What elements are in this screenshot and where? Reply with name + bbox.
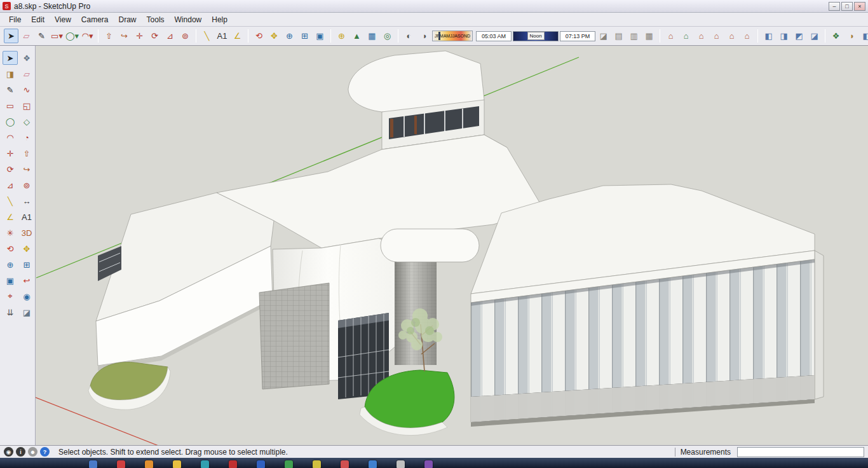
- view-iso-icon[interactable]: ⌂: [663, 29, 678, 43]
- zoom-extents-tool-icon[interactable]: ▣: [313, 29, 327, 43]
- circle-tool-icon[interactable]: ◯: [3, 114, 18, 128]
- menu-edit[interactable]: Edit: [26, 13, 50, 26]
- tape-measure-icon[interactable]: ╲: [3, 194, 18, 208]
- close-button[interactable]: ×: [854, 2, 865, 11]
- taskbar-app-3[interactable]: [145, 460, 153, 468]
- push-pull-tool-icon[interactable]: ⇧: [102, 29, 116, 43]
- view-right-icon[interactable]: ⌂: [709, 29, 724, 43]
- paint-bucket-icon[interactable]: ◨: [3, 67, 18, 81]
- taskbar-app-2[interactable]: [117, 460, 125, 468]
- model-canvas[interactable]: [36, 46, 868, 445]
- style-shaded-icon[interactable]: ◪: [807, 29, 822, 43]
- photo-textures-icon[interactable]: ▦: [365, 29, 379, 43]
- select-tool-icon[interactable]: ➤: [3, 51, 18, 65]
- menu-window[interactable]: Window: [170, 13, 207, 26]
- add-location-icon[interactable]: ⊕: [334, 29, 349, 43]
- section-plane-icon[interactable]: ◪: [19, 305, 34, 319]
- taskbar-app-9[interactable]: [313, 460, 321, 468]
- geolocation-icon[interactable]: ◉: [4, 447, 13, 457]
- dimension-tool-icon[interactable]: ↔: [19, 194, 34, 208]
- sign-in-icon[interactable]: ☻: [28, 447, 37, 457]
- style-wireframe-icon[interactable]: ◨: [776, 29, 791, 43]
- menu-tools[interactable]: Tools: [142, 13, 170, 26]
- menu-file[interactable]: File: [4, 13, 26, 26]
- menu-help[interactable]: Help: [207, 13, 233, 26]
- protractor-tool-icon[interactable]: ∠: [3, 210, 18, 224]
- taskbar-app-13[interactable]: [424, 460, 433, 468]
- eraser-tool-icon[interactable]: ▱: [19, 29, 34, 43]
- rectangle-tool-icon[interactable]: ▭▾: [50, 29, 64, 43]
- protractor-tool-icon[interactable]: ∠: [230, 29, 245, 43]
- style-hidden-line-icon[interactable]: ◩: [792, 29, 806, 43]
- make-component-icon[interactable]: ❖: [19, 51, 34, 65]
- rectangle-tool-icon[interactable]: ▭: [3, 99, 18, 113]
- taskbar-app-1[interactable]: [89, 460, 97, 468]
- freehand-tool-icon[interactable]: ∿: [19, 83, 34, 97]
- scale-tool-icon[interactable]: ⊿: [163, 29, 177, 43]
- follow-me-tool-icon[interactable]: ↪: [19, 162, 34, 176]
- rotate-tool-icon[interactable]: ⟳: [147, 29, 162, 43]
- help-icon[interactable]: ?: [40, 447, 50, 457]
- menu-draw[interactable]: Draw: [114, 13, 142, 26]
- styles-panel-icon[interactable]: ◧: [859, 29, 868, 43]
- text-tool-icon[interactable]: A1: [19, 210, 34, 224]
- view-top-icon[interactable]: ⌂: [679, 29, 693, 43]
- shadow-settings-icon[interactable]: ◐: [402, 29, 416, 43]
- zoom-extents-icon[interactable]: ▣: [3, 273, 18, 287]
- arc-tool-icon[interactable]: ◠: [3, 130, 18, 144]
- shadow-date-slider[interactable]: JFMAMJJASOND: [432, 31, 473, 41]
- view-front-icon[interactable]: ⌂: [694, 29, 709, 43]
- display-section-planes-icon[interactable]: ▤: [611, 29, 626, 43]
- zoom-tool-icon[interactable]: ⊕: [3, 258, 18, 272]
- shadow-time-end[interactable]: 07:13 PM: [560, 31, 595, 41]
- pie-tool-icon[interactable]: ◔: [19, 130, 34, 144]
- text-tool-icon[interactable]: A1: [215, 29, 229, 43]
- taskbar-app-11[interactable]: [369, 460, 377, 468]
- maximize-button[interactable]: □: [841, 2, 853, 11]
- menu-view[interactable]: View: [50, 13, 76, 26]
- credits-icon[interactable]: i: [16, 447, 25, 457]
- preview-google-earth-icon[interactable]: ◎: [380, 29, 395, 43]
- taskbar-app-4[interactable]: [173, 460, 181, 468]
- taskbar-app-8[interactable]: [285, 460, 293, 468]
- line-tool-icon[interactable]: ✎: [3, 83, 18, 97]
- view-back-icon[interactable]: ⌂: [724, 29, 739, 43]
- taskbar-app-12[interactable]: [397, 460, 405, 468]
- scale-tool-icon[interactable]: ⊿: [3, 178, 18, 192]
- taskbar-app-5[interactable]: [201, 460, 209, 468]
- zoom-window-icon[interactable]: ⊞: [19, 258, 34, 272]
- shadow-time-start[interactable]: 05:03 AM: [476, 31, 512, 41]
- rotated-rectangle-icon[interactable]: ◱: [19, 99, 34, 113]
- minimize-button[interactable]: –: [829, 2, 840, 11]
- orbit-tool-icon[interactable]: ⟲: [3, 242, 18, 256]
- measurements-input[interactable]: [737, 447, 864, 457]
- axes-tool-icon[interactable]: ✳: [3, 226, 18, 240]
- position-camera-icon[interactable]: ⌖: [3, 289, 18, 303]
- arc-tool-icon[interactable]: ◠▾: [80, 29, 95, 43]
- section-plane-icon[interactable]: ◪: [596, 29, 611, 43]
- zoom-tool-icon[interactable]: ⊕: [282, 29, 297, 43]
- shadow-toggle-icon[interactable]: ◑: [417, 29, 431, 43]
- previous-view-icon[interactable]: ↩: [19, 273, 34, 287]
- shadow-time-slider[interactable]: Noon: [513, 31, 559, 41]
- pan-tool-icon[interactable]: ✥: [267, 29, 281, 43]
- look-around-icon[interactable]: ◉: [19, 289, 34, 303]
- taskbar-app-7[interactable]: [257, 460, 265, 468]
- offset-tool-icon[interactable]: ⊚: [178, 29, 193, 43]
- eraser-tool-icon[interactable]: ▱: [19, 67, 34, 81]
- line-tool-icon[interactable]: ✎: [34, 29, 49, 43]
- follow-me-tool-icon[interactable]: ↪: [117, 29, 132, 43]
- style-xray-icon[interactable]: ◧: [761, 29, 776, 43]
- toggle-terrain-icon[interactable]: ▲: [349, 29, 364, 43]
- display-section-cuts-icon[interactable]: ▥: [627, 29, 641, 43]
- 3d-text-tool-icon[interactable]: 3D: [19, 226, 34, 240]
- pan-tool-icon[interactable]: ✥: [19, 242, 34, 256]
- rotate-tool-icon[interactable]: ⟳: [3, 162, 18, 176]
- select-tool-icon[interactable]: ➤: [4, 29, 18, 43]
- menu-camera[interactable]: Camera: [76, 13, 114, 26]
- view-left-icon[interactable]: ⌂: [740, 29, 754, 43]
- orbit-tool-icon[interactable]: ⟲: [252, 29, 266, 43]
- tape-measure-tool-icon[interactable]: ╲: [200, 29, 214, 43]
- offset-tool-icon[interactable]: ⊚: [19, 178, 34, 192]
- walk-tool-icon[interactable]: ⇊: [3, 305, 18, 319]
